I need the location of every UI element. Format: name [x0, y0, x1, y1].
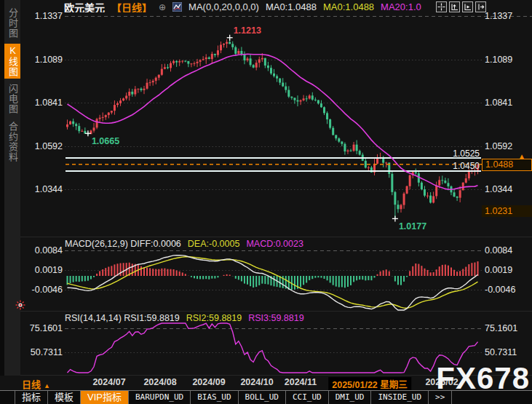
price-axis-left-label: 1.1089 [19, 55, 63, 65]
sidebar-tab-timeshare[interactable]: 分时图 [4, 6, 20, 41]
sidebar-tab-lightning[interactable]: 闪电图 [4, 82, 20, 116]
resistance-level-label: 1.0525 [408, 148, 480, 159]
period-tag[interactable]: 【日线】 [111, 1, 152, 12]
price-axis-left-label: 1.0344 [19, 184, 63, 194]
period-arrow-icon: ▲ [44, 382, 50, 389]
price-axis-left-label: 1.1337 [19, 11, 63, 21]
ma0-value-white: MA0:1.0488 [266, 1, 317, 12]
toolbar-tab-[interactable]: 指标 [15, 391, 48, 404]
time-axis-label: 2024/09 [192, 377, 225, 387]
price-up-arrow-icon: ▲ [518, 152, 525, 160]
band-low-badge: 1.0231 [482, 205, 532, 217]
price-axis-right-label: 1.1089 [485, 55, 530, 65]
toolbar-tab-[interactable]: 模板 [48, 391, 81, 404]
swing-low1-annotation: 1.0665 [92, 136, 119, 146]
ma0-value-yellow: MA0:1.0488 [323, 1, 374, 12]
macd-axis-left-label: 0.0084 [19, 245, 63, 256]
price-axis-right-label: 1.0592 [485, 141, 530, 151]
toolbar-tab-biasud[interactable]: BIAS_UD [191, 391, 238, 404]
macd-dea-value: DEA:-0.0005 [188, 239, 240, 249]
expand-circle-plus-icon[interactable]: ⊕ [159, 2, 166, 12]
toolbar-tab-dmiud[interactable]: DMI_UD [329, 391, 372, 404]
support-level-label: 1.0450 [408, 161, 480, 171]
ma20-value: MA20:1.0 [381, 1, 421, 12]
rsi-pane-title: RSI(14,14,14) RSI1:59.8819RSI2:59.8819RS… [65, 313, 304, 323]
time-axis-label: 2024/08 [143, 377, 176, 387]
sidebar-tab-kline[interactable]: K线图 [4, 44, 20, 79]
fx678-watermark: FX678 [436, 362, 530, 395]
axis-overlay: 1.13371.10891.08411.05921.03441.13371.10… [0, 0, 532, 404]
time-axis-label: 2024/10 [240, 377, 273, 387]
trading-app-window: 分时图 K线图 闪电图 合约资料 欧元美元 【日线】 ⊕ MA(0,0,20,0… [0, 0, 532, 404]
price-axis-right-label: 1.1337 [485, 11, 530, 21]
rsi-axis-right-label: 75.1601 [485, 323, 530, 333]
toolbar-tab-vip[interactable]: VIP指标 [81, 391, 129, 404]
macd-axis-right-label: -0.0046 [485, 285, 530, 295]
rsi-axis-right-label: 50.7311 [485, 347, 530, 357]
toolbar-tab-barupdnud[interactable]: BARUPDN_UD [129, 391, 191, 404]
red-starburst-icon [15, 300, 25, 312]
sidebar: 分时图 K线图 闪电图 合约资料 [0, 0, 20, 376]
crosshair-icon[interactable] [436, 1, 447, 12]
jump-to-latest-icon[interactable] [475, 1, 486, 12]
price-axis-left-label: 1.0841 [19, 98, 63, 108]
toolbar-tab-bollud[interactable]: BOLL_UD [239, 391, 286, 404]
time-axis-label: 2024/11 [285, 377, 317, 387]
scale-vertical-icon[interactable] [449, 1, 460, 12]
swing-high-annotation: 1.1213 [234, 25, 261, 36]
rsi-axis-left-label: 50.7311 [19, 347, 63, 357]
crosshair-date-label: 2025/01/22 星期三 [328, 377, 411, 391]
swing-low2-annotation: 1.0177 [399, 221, 426, 231]
rsi1-value: RSI(14,14,14) RSI1:59.8819 [65, 313, 180, 323]
chart-tool-buttons [436, 1, 486, 12]
toolbar-tab-cciud[interactable]: CCI_UD [286, 391, 329, 404]
current-price-badge: 1.0488 [482, 159, 532, 171]
mini-chart-icon [172, 2, 182, 12]
macd-axis-left-label: -0.0046 [19, 285, 63, 295]
sidebar-track: 分时图 K线图 闪电图 合约资料 [4, 0, 20, 376]
period-selector[interactable]: 日线▲ [22, 377, 50, 391]
macd-pane-title: MACD(26,12,9) DIFF:0.0006DEA:-0.0005MACD… [65, 239, 303, 249]
toolbar-tab-insideud[interactable]: INSIDE_UD [371, 391, 429, 404]
macd-value: MACD:0.0023 [246, 239, 303, 249]
rsi3-value: RSI3:59.8819 [248, 313, 303, 323]
scale-horizontal-icon[interactable] [462, 1, 473, 12]
macd-axis-right-label: 0.0019 [485, 265, 530, 275]
price-axis-right-label: 1.0841 [485, 98, 530, 108]
rsi2-value: RSI2:59.8819 [186, 313, 242, 323]
macd-axis-right-label: 0.0084 [485, 245, 530, 256]
price-axis-right-label: 1.0344 [485, 184, 530, 194]
macd-diff-value: MACD(26,12,9) DIFF:0.0006 [65, 239, 181, 249]
sidebar-tab-contract-info[interactable]: 合约资料 [4, 119, 20, 165]
time-axis-label: 2024/07 [92, 377, 125, 387]
price-axis-left-label: 1.0592 [19, 141, 63, 151]
symbol-name: 欧元美元 [64, 1, 105, 12]
macd-axis-left-label: 0.0019 [19, 265, 63, 275]
ma-settings-label: MA(0,0,20,0,0,0) [188, 1, 259, 12]
rsi-axis-left-label: 75.1601 [19, 323, 63, 333]
chart-header: 欧元美元 【日线】 ⊕ MA(0,0,20,0,0,0) MA0:1.0488 … [64, 1, 421, 12]
